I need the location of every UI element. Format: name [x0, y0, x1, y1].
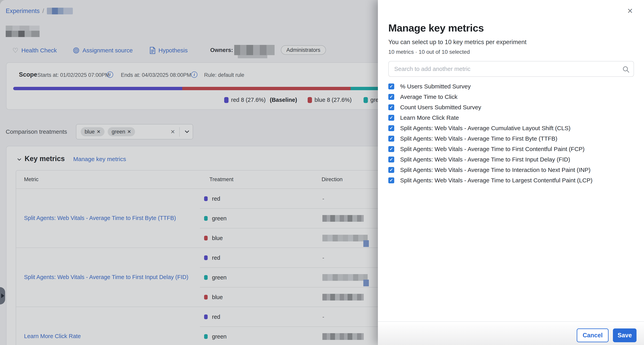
checkbox-checked[interactable]: ✓: [388, 157, 394, 162]
metric-option-label: Split Agents: Web Vitals - Average Time …: [400, 146, 584, 152]
checkbox-checked[interactable]: ✓: [388, 167, 394, 173]
legend-swatch: [364, 97, 368, 103]
legend-swatch: [224, 97, 228, 103]
screen: Experiments / ♡ Health Check Assignment …: [0, 0, 644, 345]
health-check-link[interactable]: ♡ Health Check: [12, 45, 57, 56]
owners-label: Owners:: [210, 47, 233, 53]
modal-footer: Cancel Save: [378, 321, 644, 345]
checkbox-checked[interactable]: ✓: [388, 94, 394, 100]
metric-option[interactable]: ✓Count Users Submitted Survey: [388, 104, 634, 110]
metric-option[interactable]: ✓Split Agents: Web Vitals - Average Time…: [388, 157, 634, 162]
metric-option[interactable]: ✓Split Agents: Web Vitals - Average Time…: [388, 136, 634, 142]
checkbox-checked[interactable]: ✓: [388, 146, 394, 152]
info-icon[interactable]: i: [107, 72, 113, 78]
assignment-source-label: Assignment source: [82, 47, 133, 54]
treatment-swatch-red: [204, 314, 208, 319]
checkbox-checked[interactable]: ✓: [388, 177, 394, 183]
close-icon[interactable]: ✕: [627, 8, 633, 15]
chip-label: blue: [85, 129, 95, 135]
clear-selection-icon[interactable]: ✕: [170, 129, 175, 135]
direction-value-redacted: [322, 274, 368, 281]
sidebar-expand-handle[interactable]: [0, 287, 5, 304]
save-button[interactable]: Save: [613, 328, 636, 342]
health-check-label: Health Check: [21, 47, 57, 54]
breadcrumb-experiments-link[interactable]: Experiments: [6, 8, 40, 15]
checkbox-checked[interactable]: ✓: [388, 136, 394, 142]
metric-option[interactable]: ✓Learn More Click Rate: [388, 115, 634, 121]
metric-option-label: Split Agents: Web Vitals - Average Time …: [400, 156, 570, 163]
metric-option-label: Count Users Submitted Survey: [400, 104, 481, 111]
treatment-chip-green[interactable]: green✕: [108, 127, 135, 136]
target-icon: [73, 47, 80, 54]
column-header-direction: Direction: [322, 176, 343, 183]
metric-option[interactable]: ✓Split Agents: Web Vitals - Average Time…: [388, 177, 634, 183]
treatment-label: green: [212, 274, 226, 281]
document-icon: [150, 47, 156, 54]
checkbox-checked[interactable]: ✓: [388, 125, 394, 131]
direction-empty-value: -: [322, 255, 324, 261]
treatment-chip-blue[interactable]: blue✕: [81, 127, 104, 136]
checkbox-checked[interactable]: ✓: [388, 104, 394, 110]
direction-value-redacted: [322, 294, 364, 300]
legend-item: blue 8 (27.6%): [308, 97, 352, 103]
metric-option-label: Split Agents: Web Vitals - Average Time …: [400, 177, 592, 184]
chevron-down-icon[interactable]: [184, 128, 190, 135]
chip-remove-icon[interactable]: ✕: [127, 129, 131, 135]
search-icon: [622, 65, 630, 73]
treatment-swatch-blue: [204, 236, 208, 240]
legend-swatch: [308, 97, 312, 103]
assignment-source-link[interactable]: Assignment source: [73, 45, 133, 56]
hypothesis-label: Hypothesis: [158, 47, 188, 54]
search-input[interactable]: [388, 61, 634, 77]
metric-option-label: Split Agents: Web Vitals - Average Cumul…: [400, 125, 570, 132]
legend-item: red 8 (27.6%) (Baseline): [224, 97, 297, 103]
metric-option-label: Split Agents: Web Vitals - Average Time …: [400, 135, 558, 142]
direction-empty-value: -: [322, 196, 324, 202]
scope-ends-at: Ends at: 04/03/2025 08:00PM: [121, 72, 191, 78]
chip-remove-icon[interactable]: ✕: [97, 129, 100, 135]
breadcrumb: Experiments /: [6, 8, 73, 15]
info-icon[interactable]: i: [191, 72, 198, 78]
select-divider: [179, 127, 180, 137]
direction-empty-value: -: [322, 314, 324, 320]
manage-key-metrics-panel: ✕ Manage key metrics You can select up t…: [378, 0, 644, 345]
breadcrumb-separator: /: [42, 8, 44, 15]
owner-name-redacted: [234, 45, 274, 55]
hypothesis-link[interactable]: Hypothesis: [150, 45, 188, 56]
metric-option[interactable]: ✓Split Agents: Web Vitals - Average Time…: [388, 146, 634, 152]
checkbox-checked[interactable]: ✓: [388, 115, 394, 121]
scope-title: Scope: [19, 71, 37, 78]
collapse-chevron-icon[interactable]: [16, 157, 22, 162]
modal-title: Manage key metrics: [388, 22, 484, 34]
treatment-label: red: [212, 196, 220, 202]
metric-option-label: Average Time to Click: [400, 94, 458, 100]
arrow-right-icon: [1, 293, 4, 298]
treatment-label: green: [212, 333, 226, 340]
legend-text: red 8 (27.6%): [231, 97, 266, 103]
cancel-button[interactable]: Cancel: [577, 328, 608, 342]
comparison-treatments-label: Comparison treatments: [6, 128, 67, 135]
metric-option[interactable]: ✓Split Agents: Web Vitals - Average Cumu…: [388, 125, 634, 131]
breadcrumb-current-redacted: [47, 8, 73, 14]
scope-rule: Rule: default rule: [204, 72, 244, 78]
treatment-swatch-red: [204, 255, 208, 260]
comparison-treatments-select[interactable]: blue✕green✕ ✕: [76, 124, 193, 139]
administrators-badge: Administrators: [281, 45, 326, 55]
metric-option[interactable]: ✓Average Time to Click: [388, 94, 634, 100]
experiment-meta-row: ♡ Health Check Assignment source: [0, 45, 378, 56]
treatment-label: green: [212, 215, 226, 222]
direction-value-redacted: [322, 215, 364, 222]
direction-value-redacted: [322, 333, 364, 340]
selected-count: 10 metrics · 10 out of 10 selected: [388, 49, 470, 55]
treatment-label: blue: [212, 294, 223, 300]
metric-option[interactable]: ✓Split Agents: Web Vitals - Average Time…: [388, 167, 634, 173]
manage-key-metrics-link[interactable]: Manage key metrics: [73, 156, 126, 162]
metric-option[interactable]: ✓% Users Submitted Survey: [388, 84, 634, 89]
metric-option-label: Split Agents: Web Vitals - Average Time …: [400, 167, 590, 173]
treatment-swatch-green: [204, 275, 208, 280]
checkbox-checked[interactable]: ✓: [388, 84, 394, 89]
metric-checkbox-list: ✓% Users Submitted Survey✓Average Time t…: [388, 84, 634, 188]
treatment-swatch-green: [204, 216, 208, 221]
treatment-swatch-blue: [204, 295, 208, 299]
treatment-label: red: [212, 314, 220, 320]
